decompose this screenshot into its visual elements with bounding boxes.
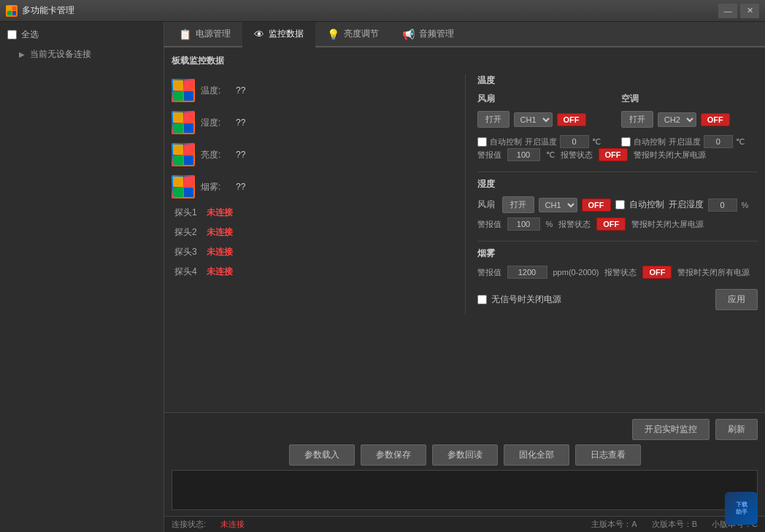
smoke-alert-input[interactable]: [507, 266, 547, 279]
probe3-label: 探头3: [172, 246, 201, 258]
brightness-tab-icon: 💡: [327, 28, 339, 40]
hum-open-input[interactable]: [708, 198, 737, 212]
temp-value: ??: [236, 85, 245, 96]
smoke-value: ??: [236, 182, 245, 192]
right-panel: 温度 风扇 打开 CH1 CH2: [465, 74, 758, 315]
hum-auto-label: 自动控制: [629, 198, 664, 211]
hum-auto-checkbox[interactable]: [615, 200, 625, 209]
select-all-checkbox[interactable]: [7, 30, 17, 39]
humidity-title: 湿度: [477, 178, 758, 190]
temp-aircon-unit: ℃: [736, 137, 745, 147]
temp-aircon-channel-select[interactable]: CH2 CH1: [658, 112, 696, 127]
tab-power[interactable]: 📋 电源管理: [167, 22, 242, 47]
no-signal-checkbox[interactable]: [477, 295, 487, 304]
audio-tab-icon: 📢: [402, 28, 415, 40]
temp-fan-open-btn[interactable]: 打开: [477, 111, 510, 128]
hum-alert-input[interactable]: [507, 217, 540, 231]
sensor-smoke: 烟雾: ??: [172, 171, 450, 203]
hum-open-label: 开启湿度: [669, 198, 704, 211]
temperature-section: 温度 风扇 打开 CH1 CH2: [477, 74, 758, 161]
no-device-label: 当前无设备连接: [30, 49, 91, 59]
app-icon: [6, 5, 18, 17]
temp-fan-auto-checkbox[interactable]: [477, 137, 487, 147]
hum-alert-unit: %: [546, 220, 553, 228]
audio-tab-label: 音频管理: [419, 28, 454, 40]
temp-alert-action: 警报时关闭大屏电源: [634, 150, 706, 161]
temp-aircon-auto-checkbox[interactable]: [621, 137, 631, 147]
no-signal-row: 无信号时关闭电源 应用: [477, 289, 758, 310]
section-title: 板载监控数据: [172, 55, 758, 67]
start-monitor-btn[interactable]: 开启实时监控: [632, 419, 710, 440]
save-params-btn[interactable]: 参数保存: [361, 444, 426, 466]
hum-fan-open-btn[interactable]: 打开: [502, 196, 534, 213]
power-tab-label: 电源管理: [196, 28, 231, 40]
log-area: [172, 470, 758, 510]
temp-fan-unit: ℃: [592, 137, 601, 147]
hum-fan-controls: 风扇 打开 CH1 CH2 OFF 自动控制 开启湿度 %: [477, 196, 758, 213]
hum-alert-status-btn[interactable]: OFF: [596, 217, 626, 231]
view-log-btn[interactable]: 日志查看: [575, 444, 641, 466]
temp-alert-status-label: 报警状态: [561, 150, 593, 161]
apply-btn[interactable]: 应用: [715, 289, 758, 310]
temp-fan-open-temp-input[interactable]: [560, 135, 589, 148]
bright-label: 亮度:: [201, 149, 230, 161]
tab-audio[interactable]: 📢 音频管理: [391, 22, 466, 47]
sensor-temperature: 温度: ??: [172, 74, 450, 107]
monitor-action-row: 开启实时监控 刷新: [172, 419, 758, 440]
sensor-brightness: 亮度: ??: [172, 139, 450, 171]
temp-aircon-auto-label: 自动控制: [634, 136, 666, 147]
sidebar-no-device[interactable]: ▶ 当前无设备连接: [0, 45, 164, 64]
hum-label: 湿度:: [201, 117, 230, 129]
solidify-all-btn[interactable]: 固化全部: [504, 444, 569, 466]
sidebar-select-all[interactable]: 全选: [0, 25, 164, 45]
hum-alert-action: 警报时关闭大屏电源: [631, 219, 704, 230]
smoke-alert-row: 警报值 ppm(0-2000) 报警状态 OFF 警报时关闭所有电源: [477, 266, 758, 279]
tab-brightness[interactable]: 💡 亮度调节: [315, 22, 391, 47]
temp-alert-status-btn[interactable]: OFF: [599, 148, 628, 161]
temp-win-icon: [172, 79, 195, 102]
content-area: 📋 电源管理 👁 监控数据 💡 亮度调节 📢 音频管理 板载监控数据: [164, 22, 765, 532]
temp-fan-controls: 打开 CH1 CH2 OFF: [477, 111, 614, 128]
smoke-alert-label: 警报值: [477, 267, 501, 278]
expand-arrow: ▶: [19, 50, 25, 58]
temp-fan-auto-label: 自动控制: [490, 136, 522, 147]
sub-version: 次版本号：B: [652, 519, 697, 530]
bright-value: ??: [236, 150, 245, 160]
probe4-status: 未连接: [207, 266, 233, 278]
watermark: 下载助手: [725, 492, 758, 525]
temp-fan-off-btn[interactable]: OFF: [557, 113, 586, 126]
smoke-alert-status-label: 报警状态: [604, 267, 637, 278]
monitor-grid: 温度: ?? 湿度: ??: [172, 74, 758, 315]
temp-aircon-open-btn[interactable]: 打开: [621, 111, 653, 128]
temp-aircon-auto-row: 自动控制 开启温度 ℃: [621, 135, 758, 148]
temp-dual-controls: 风扇 打开 CH1 CH2 OFF: [477, 93, 758, 148]
probe2-label: 探头2: [172, 226, 201, 239]
app-title: 多功能卡管理: [22, 4, 718, 17]
temp-aircon-open-temp-label: 开启温度: [669, 136, 701, 147]
main-version: 主版本号：A: [591, 519, 637, 530]
temp-aircon-open-temp-input[interactable]: [704, 135, 733, 148]
temp-fan-channel-select[interactable]: CH1 CH2: [514, 112, 553, 127]
hum-fan-channel-select[interactable]: CH1 CH2: [539, 198, 577, 212]
temp-alert-input[interactable]: [507, 148, 540, 161]
temp-aircon-title: 空调: [621, 93, 758, 105]
connection-label: 连接状态:: [172, 519, 206, 530]
hum-alert-row: 警报值 % 报警状态 OFF 警报时关闭大屏电源: [477, 217, 758, 231]
probe-1: 探头1 未连接: [172, 203, 450, 223]
load-params-btn[interactable]: 参数载入: [289, 444, 355, 466]
titlebar: 多功能卡管理 — ✕: [0, 0, 765, 22]
main-container: 全选 ▶ 当前无设备连接 📋 电源管理 👁 监控数据 💡 亮度调节 📢: [0, 22, 765, 532]
hum-fan-off-btn[interactable]: OFF: [582, 198, 611, 212]
temp-aircon-controls: 打开 CH2 CH1 OFF: [621, 111, 758, 128]
smoke-alert-status-btn[interactable]: OFF: [642, 266, 672, 279]
hum-win-icon: [172, 111, 195, 134]
minimize-button[interactable]: —: [718, 4, 737, 18]
smoke-alert-action: 警报时关闭所有电源: [677, 267, 750, 278]
tab-monitor[interactable]: 👁 监控数据: [242, 22, 315, 47]
close-button[interactable]: ✕: [740, 4, 759, 18]
temp-aircon-off-btn[interactable]: OFF: [701, 113, 730, 126]
probe4-label: 探头4: [172, 266, 201, 278]
refresh-btn[interactable]: 刷新: [715, 419, 758, 440]
sensor-humidity: 湿度: ??: [172, 107, 450, 139]
read-params-btn[interactable]: 参数回读: [432, 444, 498, 466]
